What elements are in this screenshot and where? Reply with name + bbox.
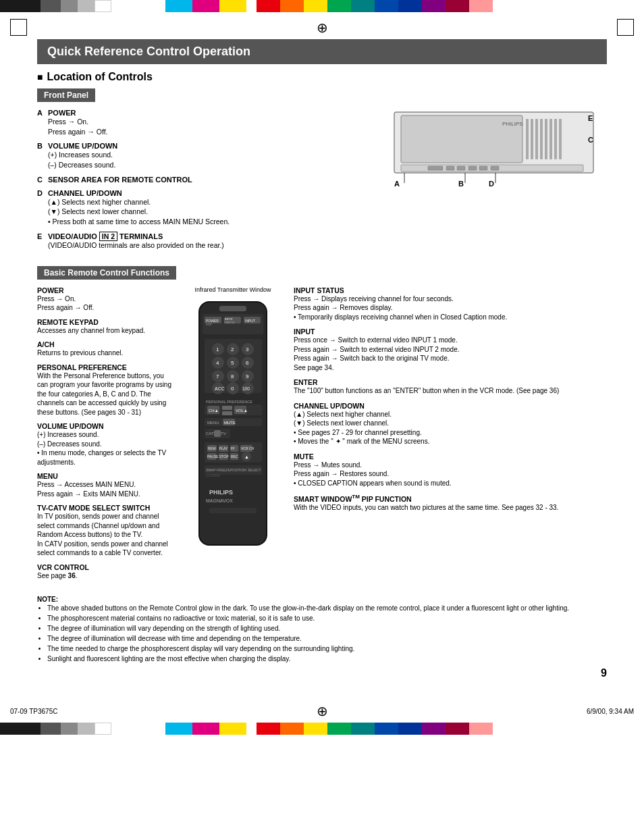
svg-text:C: C: [588, 136, 593, 144]
cb-red: [257, 0, 280, 12]
control-label-e: VIDEO/AUDIO IN 2 TERMINALS: [48, 232, 163, 241]
svg-text:Q133953: Q133953: [206, 473, 220, 477]
reg-mark-left: [10, 19, 27, 36]
svg-text:REC: REC: [231, 454, 238, 459]
cb-bot-gray: [61, 723, 78, 735]
svg-text:VCR CH: VCR CH: [241, 446, 254, 450]
control-b: BVOLUME UP/DOWN (+) Increases sound.(–) …: [37, 142, 377, 170]
remote-menu-label: MENU: [37, 472, 172, 480]
remote-keypad-desc: Accesses any channel from keypad.: [37, 326, 172, 336]
cb-bot-cyan: [165, 723, 192, 735]
control-letter-c: C: [37, 176, 48, 184]
cb-pink: [469, 0, 493, 12]
cb-cyan: [165, 0, 192, 12]
cb-gray: [61, 0, 78, 12]
reg-marks-row: ⊕: [0, 12, 644, 39]
cb-bot-white: [95, 723, 111, 735]
control-e: EVIDEO/AUDIO IN 2 TERMINALS (VIDEO/AUDIO…: [37, 232, 377, 251]
right-mute: MUTE Press → Mutes sound.Press again → R…: [294, 452, 607, 488]
svg-text:MAGNAVOX: MAGNAVOX: [206, 498, 233, 503]
svg-rect-16: [491, 166, 499, 170]
page-title: Quick Reference Control Operation: [37, 39, 607, 64]
svg-rect-7: [549, 119, 552, 159]
cb-bot-yellow2: [304, 723, 327, 735]
remote-power: POWER Press → On.Press again → Off.: [37, 286, 172, 313]
svg-text:▲: ▲: [244, 454, 249, 459]
right-input-status-label: INPUT STATUS: [294, 286, 607, 294]
svg-text:8: 8: [231, 373, 234, 380]
reg-mark-right: [617, 19, 634, 36]
remote-vol-label: VOLUME UP/DOWN: [37, 422, 172, 430]
remote-banner: Basic Remote Control Functions: [37, 266, 176, 280]
svg-rect-77: [214, 430, 221, 437]
svg-rect-11: [428, 166, 443, 170]
svg-rect-2: [526, 119, 529, 159]
remote-ach-label: A/CH: [37, 340, 172, 348]
svg-text:A: A: [394, 180, 400, 188]
control-letter-d: D: [37, 189, 48, 197]
note-item-2: The phosphorescent material contains no …: [47, 613, 607, 623]
svg-text:100: 100: [242, 386, 250, 391]
control-letter-b: B: [37, 142, 48, 150]
color-bar-bottom: [0, 723, 644, 735]
remote-keypad: REMOTE KEYPAD Accesses any channel from …: [37, 318, 172, 336]
color-bar-top: [0, 0, 644, 12]
svg-text:INPUT: INPUT: [245, 319, 255, 323]
right-smart-window: SMART WINDOWTM PIP FUNCTION With the VID…: [294, 494, 607, 512]
svg-text:0: 0: [231, 386, 234, 392]
remote-vol: VOLUME UP/DOWN (+) Increases sound.(–) D…: [37, 422, 172, 467]
right-channel: CHANNEL UP/DOWN (▲) Selects next higher …: [294, 402, 607, 446]
remote-vcr-label: VCR CONTROL: [37, 563, 172, 571]
control-label-b: VOLUME UP/DOWN: [48, 142, 117, 150]
control-desc-a: Press → On.Press again → Off.: [48, 117, 377, 136]
svg-text:3: 3: [246, 346, 249, 353]
cb-bot-space2: [246, 723, 257, 735]
cb-yellow: [219, 0, 246, 12]
svg-rect-103: [209, 508, 257, 513]
cb-magenta: [192, 0, 219, 12]
right-input-desc: Press once → Switch to external video IN…: [294, 336, 607, 372]
right-channel-label: CHANNEL UP/DOWN: [294, 402, 607, 410]
remote-pp-label: PERSONAL PREFERENCE: [37, 363, 172, 371]
control-label-c: SENSOR AREA FOR REMOTE CONTROL: [48, 176, 192, 184]
svg-text:FF: FF: [231, 446, 235, 450]
svg-text:STATUS: STATUS: [224, 321, 235, 324]
right-enter-label: ENTER: [294, 378, 607, 386]
cb-bot-navy: [398, 723, 422, 735]
control-desc-b: (+) Increases sound.(–) Decreases sound.: [48, 150, 377, 170]
cb-bot-green: [327, 723, 351, 735]
crosshair-top: ⊕: [317, 20, 328, 36]
cb-wine: [446, 0, 469, 12]
remote-tv-catv: TV-CATV MODE SELECT SWITCH In TV positio…: [37, 504, 172, 558]
cb-white: [95, 0, 111, 12]
cb-bot-orange: [280, 723, 304, 735]
remote-vcr: VCR CONTROL See page 36.: [37, 563, 172, 581]
remote-vol-desc: (+) Increases sound.(–) Decreases sound.…: [37, 430, 172, 467]
svg-text:MENU: MENU: [207, 421, 219, 425]
svg-text:PHILIPS: PHILIPS: [502, 121, 523, 127]
svg-text:TV: TV: [221, 432, 226, 436]
note-title: NOTE:: [37, 596, 607, 603]
cb-bot-lightgray: [78, 723, 95, 735]
svg-text:PAUSE: PAUSE: [207, 454, 219, 459]
svg-text:PHILIPS: PHILIPS: [209, 489, 233, 496]
right-input: INPUT Press once → Switch to external vi…: [294, 328, 607, 372]
cb-orange: [280, 0, 304, 12]
svg-text:PERSONAL PREFERENCE: PERSONAL PREFERENCE: [206, 400, 252, 404]
cb-bot-space: [111, 723, 165, 735]
svg-rect-9: [559, 119, 562, 159]
svg-text:FREEZE: FREEZE: [217, 468, 230, 472]
remote-left-col: POWER Press → On.Press again → Off. REMO…: [37, 286, 172, 586]
svg-text:ACC: ACC: [215, 386, 225, 391]
tv-diagram-svg: PHILIPS E C A B D: [391, 109, 600, 197]
right-input-status-desc: Press → Displays receiving channel for f…: [294, 294, 607, 322]
right-sw-desc: With the VIDEO inputs, you can watch two…: [294, 503, 607, 513]
svg-rect-14: [468, 166, 477, 170]
control-label-a: POWER: [48, 109, 76, 117]
svg-text:SWAP: SWAP: [206, 468, 216, 472]
svg-rect-15: [479, 166, 487, 170]
note-section: NOTE: The above shaded buttons on the Re…: [37, 596, 607, 664]
infrared-label: Infrared Transmitter Window: [194, 286, 271, 293]
svg-text:6: 6: [246, 360, 249, 366]
right-mute-desc: Press → Mutes sound.Press again → Restor…: [294, 461, 607, 488]
